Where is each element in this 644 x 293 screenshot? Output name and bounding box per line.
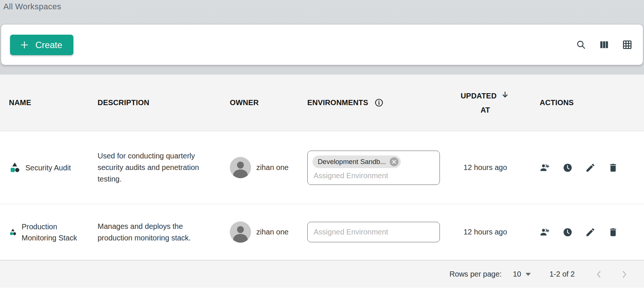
caret-down-icon	[526, 273, 531, 276]
delete-icon[interactable]	[608, 163, 618, 173]
workspace-name: Production Monitoring Stack	[22, 221, 85, 243]
rows-per-page-label: Rows per page:	[450, 270, 502, 278]
avatar	[230, 221, 251, 243]
table-row: Security Audit Used for conducting quart…	[0, 131, 644, 204]
column-header-updated-at[interactable]: UPDATED AT	[446, 89, 525, 117]
table-header-row: NAME DESCRIPTION OWNER ENVIRONMENTS UPDA…	[0, 75, 644, 131]
page-title: All Workspaces	[3, 2, 61, 12]
environments-select[interactable]: Development Sandb... Assigned Environmen…	[307, 151, 440, 185]
owner-name: zihan one	[256, 228, 289, 236]
plus-icon	[20, 40, 29, 50]
environment-chip-label: Development Sandb...	[318, 158, 386, 166]
view-columns-icon[interactable]	[599, 40, 609, 50]
workspace-name: Security Audit	[25, 162, 71, 173]
add-user-icon[interactable]	[540, 163, 550, 173]
info-icon[interactable]	[374, 98, 384, 107]
edit-icon[interactable]	[585, 163, 596, 173]
owner-name: zihan one	[256, 163, 289, 172]
grid-view-icon[interactable]	[622, 40, 632, 50]
workspace-logo-icon	[9, 228, 17, 236]
column-header-name[interactable]: NAME	[0, 98, 98, 107]
add-user-icon[interactable]	[540, 227, 550, 237]
column-header-owner[interactable]: OWNER	[230, 98, 307, 107]
chevron-right-icon[interactable]	[619, 270, 629, 279]
environments-select[interactable]: Assigned Environment	[307, 222, 440, 242]
pagination-range: 1-2 of 2	[549, 270, 575, 278]
workspaces-table: NAME DESCRIPTION OWNER ENVIRONMENTS UPDA…	[0, 75, 644, 293]
search-icon[interactable]	[576, 40, 586, 50]
create-button-label: Create	[35, 40, 62, 50]
history-icon[interactable]	[562, 227, 573, 237]
environments-placeholder: Assigned Environment	[313, 228, 435, 236]
updated-at-value: 12 hours ago	[446, 228, 525, 236]
toolbar-icon-group	[576, 25, 632, 65]
column-header-actions: ACTIONS	[525, 98, 644, 107]
rows-per-page-select[interactable]: 10	[513, 270, 531, 278]
table-row: Production Monitoring Stack Manages and …	[0, 204, 644, 260]
environment-chip: Development Sandb...	[313, 155, 401, 168]
workspace-logo-icon	[9, 162, 20, 173]
rows-per-page-value: 10	[513, 270, 521, 278]
table-pagination: Rows per page: 10 1-2 of 2	[0, 260, 644, 288]
workspace-description: Manages and deploys the production monit…	[98, 221, 214, 244]
column-header-environments[interactable]: ENVIRONMENTS	[307, 98, 446, 107]
avatar	[230, 157, 251, 178]
create-button[interactable]: Create	[10, 35, 73, 55]
history-icon[interactable]	[562, 163, 573, 173]
updated-at-value: 12 hours ago	[446, 163, 525, 172]
edit-icon[interactable]	[585, 227, 596, 237]
column-header-description[interactable]: DESCRIPTION	[98, 98, 230, 107]
environments-placeholder: Assigned Environment	[313, 171, 435, 180]
chip-remove-icon[interactable]	[389, 157, 399, 167]
chevron-left-icon[interactable]	[594, 270, 604, 279]
delete-icon[interactable]	[608, 227, 618, 237]
workspace-description: Used for conducting quarterly security a…	[98, 150, 214, 185]
arrow-down-icon[interactable]	[500, 90, 510, 100]
toolbar-card: Create	[1, 25, 643, 65]
